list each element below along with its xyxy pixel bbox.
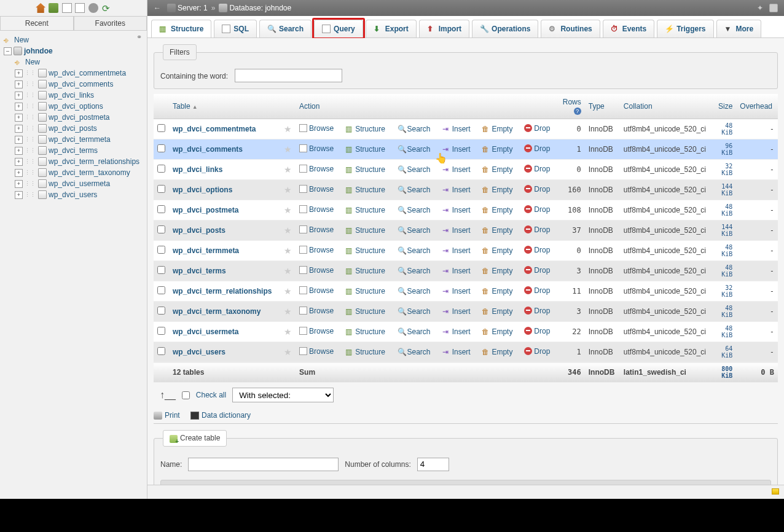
browse-link[interactable]: Browse [299, 205, 334, 214]
favorite-icon[interactable]: ★ [284, 327, 292, 337]
table-name-link[interactable]: wp_dvci_users [173, 348, 225, 356]
browse-link[interactable]: Browse [299, 124, 334, 133]
favorite-icon[interactable]: ★ [284, 165, 292, 174]
tree-new-table[interactable]: ⎆ New [2, 57, 144, 68]
tab-sql[interactable]: SQL [214, 20, 257, 37]
insert-link[interactable]: ⇥Insert [442, 267, 471, 275]
tree-table-item[interactable]: +⋮⋮wp_dvci_links [2, 90, 144, 101]
search-link[interactable]: 🔍Search [398, 125, 431, 133]
expander-icon[interactable]: + [15, 103, 23, 111]
favorite-icon[interactable]: ★ [284, 347, 292, 357]
drop-link[interactable]: Drop [524, 165, 550, 173]
empty-link[interactable]: 🗑Empty [482, 267, 512, 275]
empty-link[interactable]: 🗑Empty [482, 307, 512, 316]
help-icon[interactable]: ? [574, 108, 581, 115]
row-checkbox[interactable] [157, 246, 165, 254]
search-link[interactable]: 🔍Search [398, 165, 431, 174]
structure-link[interactable]: ▥Structure [345, 186, 385, 194]
drop-link[interactable]: Drop [524, 225, 550, 234]
browse-link[interactable]: Browse [299, 307, 334, 315]
favorite-icon[interactable]: ✦ [757, 4, 766, 12]
tree-table-item[interactable]: +⋮⋮wp_dvci_posts [2, 123, 144, 134]
table-name-link[interactable]: wp_dvci_posts [173, 226, 225, 235]
search-link[interactable]: 🔍Search [398, 246, 431, 255]
tree-table-item[interactable]: +⋮⋮wp_dvci_options [2, 101, 144, 112]
search-link[interactable]: 🔍Search [398, 206, 431, 214]
search-link[interactable]: 🔍Search [398, 307, 431, 316]
sidebar-tab-recent[interactable]: Recent [0, 16, 74, 30]
expander-icon[interactable]: + [15, 158, 23, 166]
expander-icon[interactable]: + [15, 80, 23, 88]
structure-link[interactable]: ▥Structure [345, 125, 385, 133]
browse-link[interactable]: Browse [299, 144, 334, 153]
expander-icon[interactable]: + [15, 191, 23, 199]
table-name-link[interactable]: wp_dvci_postmeta [173, 206, 238, 214]
insert-link[interactable]: ⇥Insert [442, 226, 471, 235]
favorite-icon[interactable]: ★ [284, 124, 292, 134]
insert-link[interactable]: ⇥Insert [442, 307, 471, 316]
tree-table-item[interactable]: +⋮⋮wp_dvci_postmeta [2, 112, 144, 123]
browse-link[interactable]: Browse [299, 225, 334, 234]
search-link[interactable]: 🔍Search [398, 348, 431, 356]
structure-link[interactable]: ▥Structure [345, 307, 385, 316]
table-name-link[interactable]: wp_dvci_links [173, 165, 222, 174]
search-link[interactable]: 🔍Search [398, 145, 431, 154]
favorite-icon[interactable]: ★ [284, 286, 292, 296]
tree-table-item[interactable]: +⋮⋮wp_dvci_term_relationships [2, 156, 144, 167]
favorite-icon[interactable]: ★ [284, 205, 292, 215]
browse-link[interactable]: Browse [299, 286, 334, 295]
link-icon[interactable]: ⚭ [136, 33, 142, 41]
with-selected-select[interactable]: With selected: [232, 388, 334, 402]
bc-server-value[interactable]: 1 [203, 4, 208, 12]
tree-table-item[interactable]: +⋮⋮wp_dvci_comments [2, 79, 144, 90]
pageinfo-icon[interactable] [769, 4, 778, 12]
insert-link[interactable]: ⇥Insert [442, 287, 471, 295]
tree-new-root[interactable]: ⎆ New [2, 34, 131, 45]
row-checkbox[interactable] [157, 185, 165, 193]
collapse-nav-icon[interactable]: ← [154, 4, 162, 12]
drop-link[interactable]: Drop [524, 286, 550, 295]
check-all-link[interactable]: Check all [196, 391, 226, 399]
col-overhead[interactable]: Overhead [736, 94, 778, 119]
row-checkbox[interactable] [157, 165, 165, 173]
row-checkbox[interactable] [157, 225, 165, 233]
empty-link[interactable]: 🗑Empty [482, 246, 512, 255]
insert-link[interactable]: ⇥Insert [442, 165, 471, 174]
table-name-link[interactable]: wp_dvci_termmeta [173, 246, 239, 255]
browse-link[interactable]: Browse [299, 165, 334, 173]
check-all-checkbox[interactable] [182, 391, 190, 399]
favorite-icon[interactable]: ★ [284, 307, 292, 316]
tab-triggers[interactable]: ⚡Triggers [657, 20, 713, 37]
structure-link[interactable]: ▥Structure [345, 287, 385, 295]
structure-link[interactable]: ▥Structure [345, 267, 385, 275]
drop-link[interactable]: Drop [524, 327, 550, 335]
empty-link[interactable]: 🗑Empty [482, 186, 512, 194]
empty-link[interactable]: 🗑Empty [482, 206, 512, 214]
col-collation[interactable]: Collation [620, 94, 714, 119]
expander-icon[interactable]: + [15, 169, 23, 177]
insert-link[interactable]: ⇥Insert [442, 327, 471, 336]
row-checkbox[interactable] [157, 307, 165, 315]
empty-link[interactable]: 🗑Empty [482, 327, 512, 336]
col-size[interactable]: Size [713, 94, 736, 119]
structure-link[interactable]: ▥Structure [345, 165, 385, 174]
row-checkbox[interactable] [157, 347, 165, 355]
settings-icon[interactable] [88, 3, 98, 13]
tree-database[interactable]: – johndoe [2, 45, 144, 57]
docs-icon[interactable] [62, 3, 72, 13]
drop-link[interactable]: Drop [524, 144, 550, 153]
table-name-link[interactable]: wp_dvci_commentmeta [173, 125, 256, 133]
tree-table-item[interactable]: +⋮⋮wp_dvci_commentmeta [2, 68, 144, 79]
drop-link[interactable]: Drop [524, 205, 550, 214]
navsql-icon[interactable] [75, 3, 85, 13]
insert-link[interactable]: ⇥Insert [442, 246, 471, 255]
structure-link[interactable]: ▥Structure [345, 327, 385, 336]
drop-link[interactable]: Drop [524, 124, 550, 133]
reload-icon[interactable]: ⟳ [101, 3, 111, 13]
row-checkbox[interactable] [157, 144, 165, 152]
browse-link[interactable]: Browse [299, 327, 334, 335]
table-name-link[interactable]: wp_dvci_term_relationships [173, 287, 272, 295]
favorite-icon[interactable]: ★ [284, 185, 292, 195]
search-link[interactable]: 🔍Search [398, 327, 431, 336]
create-name-input[interactable] [188, 458, 339, 471]
